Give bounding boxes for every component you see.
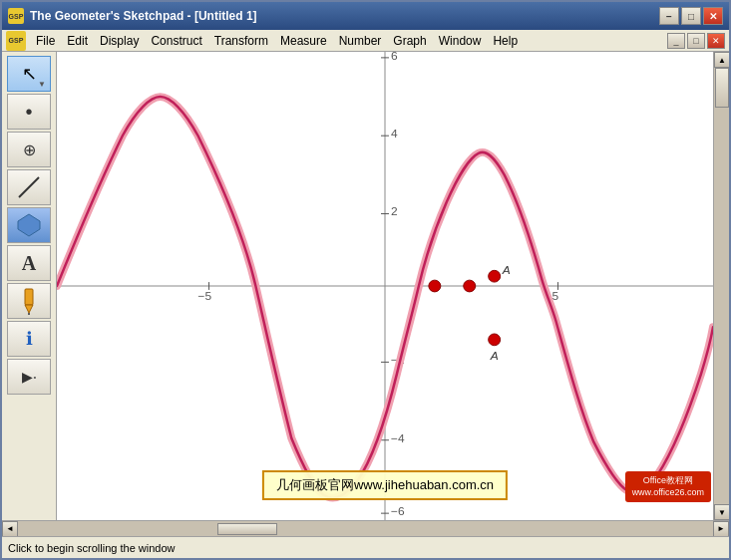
svg-text:−4: −4	[391, 431, 405, 445]
svg-text:−5: −5	[198, 289, 212, 303]
horizontal-scrollbar[interactable]: ◄ ►	[2, 520, 729, 536]
left-toolbar: ↖ ▼ • ⊕	[2, 52, 57, 520]
title-bar: GSP The Geometer's Sketchpad - [Untitled…	[2, 2, 729, 30]
compass-tool[interactable]: ⊕	[7, 132, 51, 167]
minimize-button[interactable]: −	[659, 7, 679, 25]
status-bar: Click to begin scrolling the window	[2, 536, 729, 558]
h-scroll-track[interactable]	[18, 521, 713, 536]
window-controls: − □ ✕	[659, 7, 723, 25]
inner-maximize-button[interactable]: □	[687, 33, 705, 49]
inner-minimize-button[interactable]: _	[667, 33, 685, 49]
svg-point-26	[489, 270, 501, 282]
scroll-left-button[interactable]: ◄	[2, 521, 18, 537]
polygon-tool[interactable]	[7, 207, 51, 243]
menu-transform[interactable]: Transform	[208, 32, 274, 50]
window-title: The Geometer's Sketchpad - [Untitled 1]	[30, 9, 659, 23]
scroll-right-button[interactable]: ►	[713, 521, 729, 537]
svg-text:2: 2	[391, 205, 398, 219]
menu-measure[interactable]: Measure	[274, 32, 333, 50]
menu-file[interactable]: File	[30, 32, 61, 50]
menu-edit[interactable]: Edit	[61, 32, 94, 50]
scroll-track-right[interactable]	[714, 68, 729, 504]
marker-tool[interactable]	[7, 283, 51, 319]
svg-text:A: A	[490, 350, 499, 364]
svg-point-24	[429, 280, 441, 292]
line-tool[interactable]	[7, 169, 51, 205]
svg-point-25	[464, 280, 476, 292]
svg-text:A: A	[502, 263, 511, 277]
canvas-area[interactable]: xA = 2.33 cos(xA) = −0.69 6	[57, 52, 713, 520]
bottom-area: ◄ ► Click to begin scrolling the window	[2, 520, 729, 558]
menu-window[interactable]: Window	[433, 32, 488, 50]
inner-close-button[interactable]: ✕	[707, 33, 725, 49]
svg-rect-2	[25, 289, 33, 305]
svg-point-28	[489, 334, 501, 346]
more-tool[interactable]: ▶ •	[7, 359, 51, 395]
status-text: Click to begin scrolling the window	[8, 542, 176, 554]
pointer-tool[interactable]: ↖ ▼	[7, 56, 51, 92]
scroll-down-button[interactable]: ▼	[714, 504, 729, 520]
menu-graph[interactable]: Graph	[387, 32, 432, 50]
svg-marker-1	[18, 214, 40, 236]
menu-number[interactable]: Number	[333, 32, 388, 50]
point-tool[interactable]: •	[7, 94, 51, 130]
menu-icon: GSP	[6, 31, 26, 51]
close-button[interactable]: ✕	[703, 7, 723, 25]
svg-text:6: 6	[391, 52, 398, 63]
text-tool[interactable]: A	[7, 245, 51, 281]
scroll-up-button[interactable]: ▲	[714, 52, 729, 68]
main-window: GSP The Geometer's Sketchpad - [Untitled…	[0, 0, 731, 560]
menu-bar: GSP File Edit Display Construct Transfor…	[2, 30, 729, 52]
svg-text:−6: −6	[391, 504, 405, 518]
watermark-text: 几何画板官网www.jihehuaban.com.cn	[262, 470, 508, 500]
menu-construct[interactable]: Construct	[145, 32, 207, 50]
h-scroll-thumb[interactable]	[217, 523, 277, 535]
info-tool[interactable]: ℹ	[7, 321, 51, 357]
menu-display[interactable]: Display	[94, 32, 145, 50]
office-badge-container: Office教程网 www.office26.com	[625, 471, 711, 502]
scroll-thumb-right[interactable]	[715, 68, 729, 108]
menu-help[interactable]: Help	[487, 32, 524, 50]
app-icon: GSP	[8, 8, 24, 24]
right-scrollbar[interactable]: ▲ ▼	[713, 52, 729, 520]
graph-svg: 6 4 2 −2 −4 −6 −5	[57, 52, 713, 520]
maximize-button[interactable]: □	[681, 7, 701, 25]
office-badge: Office教程网 www.office26.com	[625, 471, 711, 502]
svg-line-0	[19, 177, 39, 197]
svg-marker-3	[25, 305, 33, 313]
main-area: ↖ ▼ • ⊕	[2, 52, 729, 520]
svg-text:4: 4	[391, 127, 398, 140]
